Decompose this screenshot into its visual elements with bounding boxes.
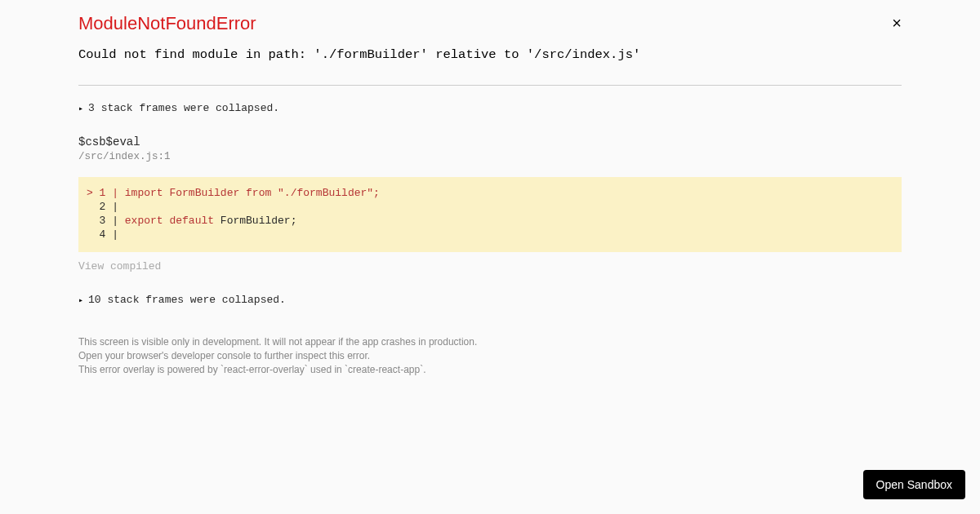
rest: FormBuilder; (214, 215, 296, 227)
footer-notes: This screen is visible only in developme… (78, 335, 902, 378)
footer-note-1: This screen is visible only in developme… (78, 335, 902, 349)
divider (78, 85, 902, 86)
kw-import: import (125, 187, 163, 199)
kw-export: export default (125, 215, 214, 227)
footer-note-3: This error overlay is powered by `react-… (78, 363, 902, 377)
header-row: ModuleNotFoundError × (78, 13, 902, 47)
line-num: 3 | (87, 215, 125, 227)
identifier: FormBuilder (163, 187, 246, 199)
file-location: /src/index.js:1 (78, 151, 902, 162)
stack-frames-collapsed-top[interactable]: 3 stack frames were collapsed. (78, 102, 902, 114)
error-marker: > 1 | (87, 187, 125, 199)
code-block: > 1 | import FormBuilder from "./formBui… (78, 177, 902, 252)
code-line-3: 3 | export default FormBuilder; (87, 215, 893, 228)
code-line-1: > 1 | import FormBuilder from "./formBui… (87, 187, 893, 201)
semi: ; (373, 187, 380, 199)
eval-function-name: $csb$eval (78, 135, 902, 148)
stack-frames-collapsed-bottom[interactable]: 10 stack frames were collapsed. (78, 294, 902, 306)
view-compiled-link[interactable]: View compiled (78, 260, 902, 273)
footer-note-2: Open your browser's developer console to… (78, 349, 902, 363)
error-title: ModuleNotFoundError (78, 13, 256, 34)
error-overlay: ModuleNotFoundError × Could not find mod… (0, 0, 980, 391)
error-message: Could not find module in path: './formBu… (78, 47, 902, 62)
open-sandbox-button[interactable]: Open Sandbox (863, 470, 965, 499)
kw-from: from (246, 187, 271, 199)
code-line-4: 4 | (87, 228, 893, 242)
string-lit: "./formBuilder" (271, 187, 373, 199)
close-icon[interactable]: × (892, 15, 902, 31)
code-line-2: 2 | (87, 201, 893, 215)
